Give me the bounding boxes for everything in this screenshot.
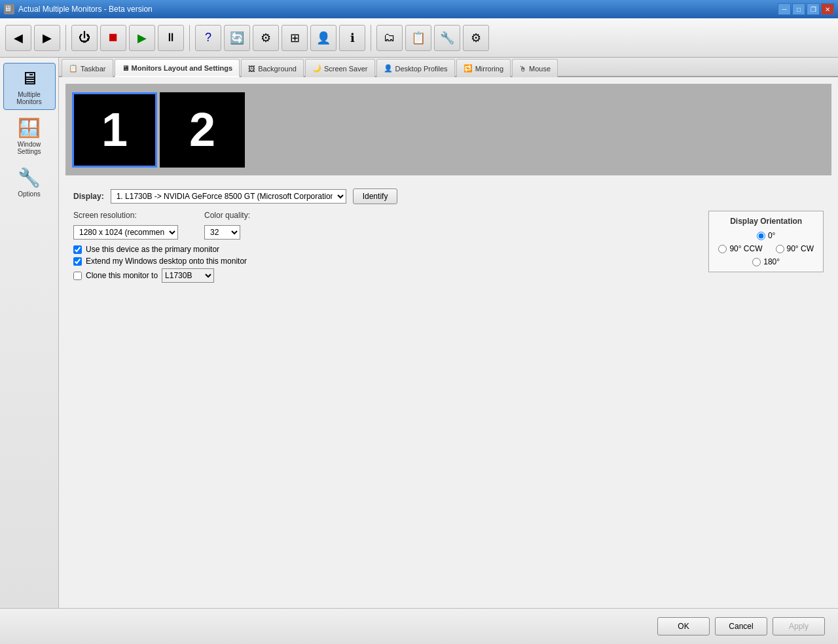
primary-monitor-label: Use this device as the primary monitor (86, 245, 219, 254)
settings4-button[interactable]: ⚙ (463, 25, 489, 51)
sidebar-item-multiple-monitors[interactable]: 🖥 Multiple Monitors (3, 63, 56, 110)
bottom-bar: OK Cancel Apply (0, 608, 838, 644)
display-select[interactable]: 1. L1730B -> NVIDIA GeForce 8500 GT (Mic… (111, 189, 346, 204)
ok-button[interactable]: OK (657, 617, 710, 635)
orientation-row-top: 0° (757, 231, 775, 240)
update-button[interactable]: 🔄 (224, 25, 250, 51)
orientation-180: 180° (752, 257, 780, 266)
taskbar-tab-label: Taskbar (81, 65, 106, 73)
separator-1 (65, 25, 66, 51)
radio-180deg[interactable] (752, 258, 761, 266)
mirroring-tab-label: Mirroring (475, 65, 503, 73)
sidebar-label-multiple-monitors: Multiple Monitors (7, 91, 52, 105)
tab-mirroring[interactable]: 🔁 Mirroring (456, 59, 511, 77)
color-quality-select[interactable]: 32168 (204, 225, 240, 240)
monitors-tab-icon: 🖥 (122, 64, 129, 72)
monitor-layout-preview: 1 2 (65, 84, 831, 175)
stop-button[interactable]: ⏹ (100, 25, 126, 51)
separator-2 (189, 25, 190, 51)
sidebar: 🖥 Multiple Monitors 🪟 Window Settings 🔧 … (0, 58, 59, 608)
primary-monitor-checkbox[interactable] (73, 245, 82, 254)
apply-button[interactable]: Apply (773, 617, 825, 635)
window-controls: ─ □ ❐ ✕ (778, 3, 834, 15)
monitor-2-box[interactable]: 2 (160, 92, 245, 168)
resolution-select[interactable]: 1280 x 1024 (recommended)1024 x 768800 x… (73, 225, 178, 240)
left-column: Screen resolution: 1280 x 1024 (recommen… (73, 211, 689, 283)
options-icon: 🔧 (18, 167, 41, 188)
close-button[interactable]: ✕ (821, 3, 834, 15)
mirroring-tab-icon: 🔁 (464, 64, 473, 73)
main-toolbar: ◀ ▶ ⏻ ⏹ ▶ ⏸ ? 🔄 ⚙ ⊞ 👤 ℹ 🗂 📋 🔧 ⚙ (0, 18, 838, 58)
tab-mouse[interactable]: 🖱 Mouse (512, 59, 558, 77)
desktopprofiles-tab-label: Desktop Profiles (395, 65, 448, 73)
help-button[interactable]: ? (195, 25, 221, 51)
sidebar-item-window-settings[interactable]: 🪟 Window Settings (3, 113, 56, 160)
primary-monitor-checkbox-row: Use this device as the primary monitor (73, 245, 689, 254)
info-button[interactable]: ℹ (339, 25, 365, 51)
mouse-tab-label: Mouse (529, 65, 551, 73)
mouse-tab-icon: 🖱 (519, 65, 526, 73)
sidebar-label-window-settings: Window Settings (7, 141, 52, 155)
layer2-button[interactable]: 📋 (405, 25, 431, 51)
options-columns: Screen resolution: 1280 x 1024 (recommen… (73, 211, 824, 283)
clone-select[interactable]: L1730B (162, 268, 214, 283)
radio-90cw[interactable] (776, 245, 784, 253)
display-label: Display: (73, 192, 104, 201)
clone-monitor-checkbox[interactable] (73, 272, 82, 280)
tab-background[interactable]: 🖼 Background (241, 59, 304, 77)
settings3-button[interactable]: 🔧 (434, 25, 460, 51)
monitors-tab-label: Monitors Layout and Settings (132, 64, 233, 72)
cancel-button[interactable]: Cancel (715, 617, 767, 635)
resolution-label: Screen resolution: (73, 211, 178, 220)
label-90cw: 90° CW (787, 244, 814, 253)
content-area: 📋 Taskbar 🖥 Monitors Layout and Settings… (59, 58, 838, 608)
extend-desktop-checkbox-row: Extend my Windows desktop onto this moni… (73, 257, 689, 266)
main-panel: 1 2 Display: 1. L1730B -> NVIDIA GeForce… (59, 77, 838, 295)
radio-90ccw[interactable] (718, 245, 727, 253)
label-90ccw: 90° CCW (729, 244, 762, 253)
orientation-row-bottom: 180° (752, 257, 780, 266)
maximize-button[interactable]: □ (792, 3, 805, 15)
layer1-button[interactable]: 🗂 (376, 25, 403, 51)
sidebar-label-options: Options (18, 190, 40, 198)
monitor-1-box[interactable]: 1 (72, 92, 157, 168)
label-180deg: 180° (763, 257, 780, 266)
window-title: Actual Multiple Monitors - Beta version (18, 5, 778, 14)
forward-button[interactable]: ▶ (34, 25, 60, 51)
sidebar-item-options[interactable]: 🔧 Options (3, 162, 56, 202)
back-button[interactable]: ◀ (5, 25, 31, 51)
extend-desktop-label: Extend my Windows desktop onto this moni… (86, 257, 247, 266)
screensaver-tab-icon: 🌙 (312, 64, 321, 73)
orientation-row-mid: 90° CCW 90° CW (718, 244, 814, 253)
power-button[interactable]: ⏻ (71, 25, 98, 51)
separator-3 (371, 25, 371, 51)
clone-monitor-row: Clone this monitor to L1730B (73, 268, 689, 283)
extend-desktop-checkbox[interactable] (73, 257, 82, 266)
tab-screen-saver[interactable]: 🌙 Screen Saver (305, 59, 375, 77)
window-settings-icon: 🪟 (18, 117, 41, 139)
label-0deg: 0° (768, 231, 775, 240)
minimize-button[interactable]: ─ (778, 3, 791, 15)
orientation-90cw: 90° CW (776, 244, 814, 253)
screensaver-tab-label: Screen Saver (324, 65, 368, 73)
profile-button[interactable]: 👤 (310, 25, 337, 51)
pause-button[interactable]: ⏸ (158, 25, 184, 51)
tab-desktop-profiles[interactable]: 👤 Desktop Profiles (376, 59, 455, 77)
radio-0deg[interactable] (757, 232, 765, 240)
monitor-2-number: 2 (189, 103, 215, 156)
orientation-0deg: 0° (757, 231, 775, 240)
identify-button[interactable]: Identify (353, 188, 398, 204)
background-tab-label: Background (258, 65, 297, 73)
tab-taskbar[interactable]: 📋 Taskbar (62, 59, 113, 77)
orientation-title: Display Orientation (730, 217, 802, 226)
play-button[interactable]: ▶ (129, 25, 155, 51)
orientation-box: Display Orientation 0° 90° CCW (708, 211, 824, 272)
grid-button[interactable]: ⊞ (282, 25, 308, 51)
restore-button[interactable]: ❐ (807, 3, 820, 15)
tab-monitors-layout[interactable]: 🖥 Monitors Layout and Settings (115, 59, 240, 77)
color-quality-group: Color quality: 32168 (204, 211, 250, 240)
settings-button[interactable]: ⚙ (253, 25, 279, 51)
monitor-1-number: 1 (101, 103, 128, 156)
tab-bar: 📋 Taskbar 🖥 Monitors Layout and Settings… (59, 58, 838, 77)
desktopprofiles-tab-icon: 👤 (384, 64, 393, 73)
